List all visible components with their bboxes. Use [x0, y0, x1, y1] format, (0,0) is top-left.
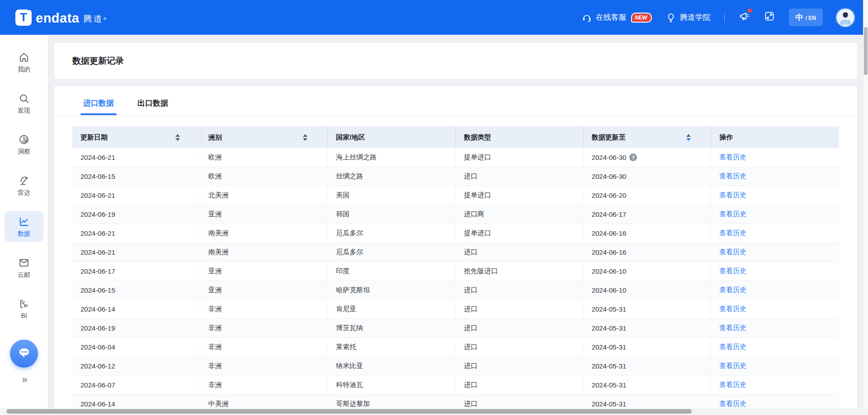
- table-header-row: 更新日期 洲别 国家/地区: [72, 126, 839, 148]
- column-header-updated-to[interactable]: 数据更新至: [584, 126, 712, 148]
- logo-initial: T: [20, 10, 27, 24]
- cell-data-type: 进口: [456, 281, 584, 299]
- cell-country: 纳米比亚: [328, 357, 456, 375]
- page-title: 数据更新记录: [72, 55, 124, 67]
- cell-continent: 南美洲: [200, 224, 328, 242]
- view-history-link[interactable]: 查看历史: [719, 210, 746, 219]
- new-badge: NEW: [631, 13, 652, 23]
- table-row: 2024-06-21 北美洲 美国 提单进口 2024-06-20 查看历史: [72, 186, 839, 205]
- online-support-label: 在线客服: [596, 12, 627, 23]
- view-history-link[interactable]: 查看历史: [719, 172, 746, 181]
- sidebar-item-bi[interactable]: BI BI: [5, 293, 43, 323]
- column-header-continent[interactable]: 洲别: [200, 126, 328, 148]
- announcements-button[interactable]: [738, 10, 750, 24]
- sort-control[interactable]: [686, 134, 691, 141]
- view-history-link[interactable]: 查看历史: [719, 305, 746, 313]
- view-history-link[interactable]: 查看历史: [719, 381, 746, 389]
- bi-icon: BI: [18, 298, 30, 310]
- sort-asc-icon: [175, 134, 180, 137]
- cell-data-type: 提单进口: [456, 186, 584, 205]
- sidebar-item-data[interactable]: 数据: [5, 211, 43, 242]
- cell-updated-to: 2024-06-30: [584, 167, 712, 186]
- cell-actions: 查看历史: [711, 148, 839, 167]
- view-history-link[interactable]: 查看历史: [719, 153, 746, 162]
- cell-update-date: 2024-06-14: [72, 300, 200, 318]
- expand-icon: [764, 10, 775, 24]
- sort-control[interactable]: [175, 134, 180, 141]
- column-header-update-date[interactable]: 更新日期: [72, 126, 200, 148]
- sidebar-item-insight[interactable]: 洞察: [5, 129, 43, 160]
- view-history-link[interactable]: 查看历史: [719, 324, 746, 332]
- logo[interactable]: T endata 腾道®: [15, 9, 108, 26]
- sidebar-item-mine[interactable]: 我的: [5, 47, 43, 78]
- sidebar-expand-button[interactable]: »: [22, 374, 26, 386]
- cell-continent: 非洲: [200, 300, 328, 318]
- cell-country: 博茨瓦纳: [328, 319, 456, 337]
- notification-dot: [748, 9, 752, 13]
- cell-actions: 查看历史: [711, 338, 839, 356]
- cell-actions: 查看历史: [711, 376, 839, 394]
- view-history-link[interactable]: 查看历史: [719, 229, 746, 238]
- sort-control[interactable]: [303, 134, 307, 141]
- cell-update-date: 2024-06-17: [72, 262, 200, 280]
- view-history-link[interactable]: 查看历史: [719, 400, 746, 408]
- tab-bar: 进口数据 出口数据: [54, 86, 857, 116]
- cell-actions: 查看历史: [711, 281, 839, 299]
- data-chart-icon: [18, 216, 30, 228]
- horizontal-scrollbar-track: [0, 408, 868, 415]
- view-history-link[interactable]: 查看历史: [719, 248, 746, 256]
- fullscreen-button[interactable]: [764, 10, 775, 24]
- registered-mark: ®: [104, 12, 108, 26]
- cell-updated-to: 2024-06-16: [584, 243, 712, 261]
- help-icon[interactable]: ?: [629, 154, 637, 161]
- view-history-link[interactable]: 查看历史: [719, 362, 746, 370]
- cell-update-date: 2024-06-04: [72, 338, 200, 356]
- language-toggle[interactable]: 中 / EN: [789, 9, 823, 26]
- vertical-scrollbar-thumb[interactable]: [864, 27, 868, 75]
- tab-import-data[interactable]: 进口数据: [83, 98, 114, 115]
- view-history-link[interactable]: 查看历史: [719, 267, 746, 275]
- online-support-button[interactable]: 在线客服 NEW: [581, 12, 652, 23]
- table-row: 2024-06-19 非洲 博茨瓦纳 进口 2024-05-31 查看历史: [72, 319, 839, 338]
- sort-desc-icon: [175, 138, 180, 141]
- cell-country: 科特迪瓦: [328, 376, 456, 394]
- cell-updated-to: 2024-06-10: [584, 262, 712, 280]
- cell-updated-to: 2024-06-17: [584, 205, 712, 224]
- cell-update-date: 2024-06-15: [72, 167, 200, 186]
- sort-desc-icon: [303, 138, 307, 141]
- view-history-link[interactable]: 查看历史: [719, 343, 746, 351]
- table-row: 2024-06-19 亚洲 韩国 进口商 2024-06-17 查看历史: [72, 205, 839, 224]
- sort-desc-icon-active: [686, 138, 691, 141]
- cell-data-type: 抢先版进口: [456, 262, 584, 280]
- column-header-data-type: 数据类型: [456, 126, 584, 148]
- cell-update-date: 2024-06-21: [72, 243, 200, 261]
- view-history-link[interactable]: 查看历史: [719, 191, 746, 200]
- sidebar-item-cloudmail[interactable]: 云邮: [5, 252, 43, 283]
- top-header: T endata 腾道® 在线客服 NEW: [0, 0, 868, 35]
- view-history-link[interactable]: 查看历史: [719, 286, 746, 294]
- radar-icon: [18, 175, 30, 187]
- horizontal-scrollbar-thumb[interactable]: [6, 409, 692, 414]
- home-icon: [18, 51, 30, 63]
- academy-button[interactable]: 腾道学院: [665, 12, 711, 23]
- headset-icon: [581, 12, 592, 23]
- chat-bubble-icon: [16, 345, 32, 363]
- sidebar-item-discover[interactable]: 发现: [5, 88, 43, 119]
- mail-icon: [18, 257, 30, 269]
- cell-country: 厄瓜多尔: [328, 224, 456, 242]
- table-row: 2024-06-21 欧洲 海上丝绸之路 提单进口 2024-06-30 ? 查…: [72, 148, 839, 167]
- tab-export-data[interactable]: 出口数据: [137, 98, 168, 115]
- table-row: 2024-06-15 亚洲 哈萨克斯坦 进口 2024-06-10 查看历史: [72, 281, 839, 300]
- cell-update-date: 2024-06-07: [72, 376, 200, 394]
- cell-data-type: 进口商: [456, 205, 584, 224]
- vertical-scrollbar-track: [863, 0, 868, 415]
- header-divider: [724, 13, 725, 23]
- sidebar-item-radar[interactable]: 雷达: [5, 170, 43, 201]
- cell-updated-to: 2024-05-31: [584, 319, 712, 337]
- cell-data-type: 进口: [456, 243, 584, 261]
- insight-icon: [18, 134, 30, 145]
- avatar[interactable]: [836, 9, 854, 27]
- cell-country: 哈萨克斯坦: [328, 281, 456, 299]
- chat-fab-button[interactable]: [10, 340, 38, 368]
- cell-continent: 欧洲: [200, 148, 328, 167]
